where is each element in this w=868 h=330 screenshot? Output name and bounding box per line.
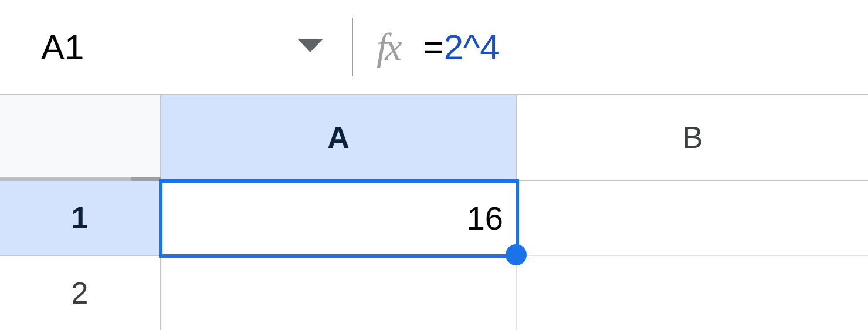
formula-bar: A1 fx =2^4 — [0, 0, 868, 94]
name-box[interactable]: A1 — [41, 27, 352, 68]
cell-B1[interactable] — [517, 181, 868, 256]
name-box-dropdown[interactable] — [84, 39, 352, 55]
name-box-text: A1 — [41, 27, 84, 68]
chevron-down-icon — [298, 39, 323, 55]
fx-icon: fx — [377, 25, 400, 69]
spreadsheet-grid: A B 1 16 2 — [0, 94, 868, 330]
column-header-B[interactable]: B — [517, 95, 868, 181]
row-header-2[interactable]: 2 — [0, 256, 161, 330]
grid-row: 2 — [0, 256, 868, 330]
grid-row: 1 16 — [0, 181, 868, 256]
svg-marker-0 — [298, 39, 323, 52]
cell-value: 16 — [467, 199, 503, 237]
row-header-1[interactable]: 1 — [0, 181, 161, 256]
column-headers: A B — [0, 95, 868, 181]
cell-B2[interactable] — [517, 256, 868, 330]
column-header-A[interactable]: A — [161, 95, 517, 181]
formula-area: fx =2^4 — [353, 25, 500, 69]
cell-A2[interactable] — [161, 256, 517, 330]
formula-input[interactable]: =2^4 — [423, 27, 500, 68]
fill-handle[interactable] — [506, 244, 527, 265]
cell-A1[interactable]: 16 — [161, 181, 517, 256]
select-all-corner[interactable] — [0, 95, 161, 181]
